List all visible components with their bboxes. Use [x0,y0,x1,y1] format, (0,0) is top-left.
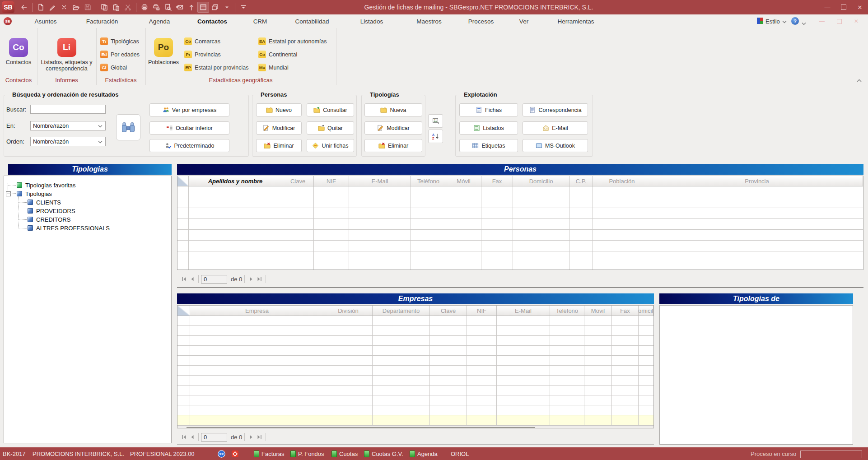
ribbon-item-tipológicas[interactable]: TiTipológicas [100,37,139,45]
module-cuotasgv[interactable]: Cuotas G.V. [364,447,403,460]
export-up-icon[interactable] [186,1,197,13]
tree-item-tipologias[interactable]: Tipologias [17,190,52,198]
inner-close-button[interactable]: ✕ [853,18,860,24]
pager-previous-button[interactable] [188,433,196,441]
ribbon-item-estatal-por-provincias[interactable]: EPEstatal por provincias [184,64,249,71]
tree-item-tipologias-favoritas[interactable]: Tipologias favoritas [17,181,76,189]
tipologias-nueva-button[interactable]: Nueva [364,103,422,116]
sort-az-button[interactable]: AZ [428,130,443,143]
inner-maximize-button[interactable] [835,19,843,24]
cut-scissors-icon[interactable] [122,1,134,13]
explotacion-correspondencia-button[interactable]: Correspondencia [523,103,588,116]
explotacion-e-mail-button[interactable]: E-Mail [523,121,588,135]
column-header-teléfono[interactable]: Teléfono [411,176,446,186]
tab-facturación[interactable]: Facturación [86,14,118,28]
send-mail-icon[interactable] [174,1,186,13]
explotacion-etiquetas-button[interactable]: Etiquetas [459,139,518,152]
empresas-page-input[interactable]: 0 [201,433,227,441]
tab-listados[interactable]: Listados [360,14,383,28]
help-chevron-down-icon[interactable] [802,20,806,27]
column-header-c-p-[interactable]: C.P. [569,176,593,186]
tree-item-altres-professionals[interactable]: ALTRES PROFESSIONALS [28,224,110,232]
app-menu-logo-icon[interactable]: SB [4,17,12,25]
table-row[interactable] [177,366,653,376]
ribbon-button-listados-etiquetas-y-correspondencia[interactable]: LiListados, etiquetas y correspondencia [39,38,95,72]
sync-red-icon[interactable] [231,447,239,460]
app-logo-icon[interactable]: SB [2,1,14,13]
pager-previous-button[interactable] [188,275,196,283]
personas-nuevo-button[interactable]: Nuevo [256,103,302,116]
tree-item-clients[interactable]: CLIENTS [28,198,61,206]
tab-agenda[interactable]: Agenda [149,14,170,28]
personas-page-input[interactable]: 0 [201,275,227,283]
column-header-fax[interactable]: Fax [481,176,513,186]
tipologias-modificar-button[interactable]: Modificar [364,121,422,135]
column-header-clave[interactable]: Clave [282,176,314,186]
open-folder-icon[interactable] [70,1,82,13]
search-input[interactable] [30,105,106,114]
personas-unir-fichas-button[interactable]: Unir fichas [307,139,354,152]
print-icon[interactable] [139,1,150,13]
window-form-icon[interactable] [197,2,209,13]
column-header-e-mail[interactable]: E-Mail [349,176,411,186]
search-button[interactable] [116,114,140,140]
table-row[interactable] [177,356,653,366]
table-row[interactable] [177,186,863,197]
table-row[interactable] [177,405,653,415]
column-header-empresa[interactable]: Empresa [190,306,324,316]
ribbon-item-por-edades[interactable]: EdPor edades [100,51,140,58]
tab-asuntos[interactable]: Asuntos [35,14,57,28]
pager-first-button[interactable] [180,433,188,441]
pager-next-button[interactable] [247,433,255,441]
table-row[interactable] [177,316,653,326]
column-header-nif[interactable]: NIF [467,306,497,316]
table-row[interactable] [177,251,863,262]
ribbon-item-provincias[interactable]: PrProvincias [184,51,221,58]
column-header-departamento[interactable]: Departamento [373,306,430,316]
personas-eliminar-button[interactable]: Eliminar [256,139,302,152]
pager-last-button[interactable] [255,275,263,283]
cascade-windows-icon[interactable] [209,1,221,13]
explotacion-listados-button[interactable]: Listados [459,121,518,135]
new-document-icon[interactable] [35,1,47,13]
table-row[interactable] [177,197,863,208]
tab-procesos[interactable]: Procesos [468,14,494,28]
edit-pencil-icon[interactable] [47,1,58,13]
horizontal-scrollbar[interactable] [177,425,653,428]
module-cuotas[interactable]: Cuotas [331,447,358,460]
caret-down-icon[interactable] [221,1,233,13]
column-header-fax[interactable]: Fax [612,306,639,316]
tree-item-proveidors[interactable]: PROVEIDORS [28,207,75,215]
tab-herramientas[interactable]: Herramientas [557,14,594,28]
column-header-apellidos-y-nombre[interactable]: Apellidos y nombre [189,176,282,186]
image-assign-button[interactable] [428,114,443,128]
ver-por-empresas-button[interactable]: Ver por empresas [149,103,229,116]
tab-maestros[interactable]: Maestros [416,14,442,28]
table-row[interactable] [177,230,863,241]
pager-next-button[interactable] [247,275,255,283]
maximize-button[interactable] [835,0,852,14]
module-agenda[interactable]: Agenda [410,447,438,460]
ribbon-item-continental[interactable]: CoContinental [258,51,297,58]
ribbon-item-estatal-por-autonomías[interactable]: EAEstatal por autonomías [258,37,327,45]
column-header-movil[interactable]: Movil [584,306,612,316]
column-header-nif[interactable]: NIF [314,176,349,186]
table-row[interactable] [177,208,863,219]
explotacion-ms-outlook-button[interactable]: MS-Outlook [523,139,588,152]
column-header-población[interactable]: Población [593,176,651,186]
ribbon-button-contactos[interactable]: CoContactos [0,38,37,65]
personas-modificar-button[interactable]: Modificar [256,121,302,135]
tab-crm[interactable]: CRM [253,14,267,28]
table-row[interactable] [177,262,863,270]
inner-minimize-button[interactable]: — [818,18,826,24]
table-row[interactable] [177,346,653,356]
module-pfondos[interactable]: P. Fondos [290,447,324,460]
tab-contactos[interactable]: Contactos [197,14,227,28]
column-header-provincia[interactable]: Provincia [651,176,863,186]
remote-blue-icon[interactable] [218,447,225,460]
close-button[interactable]: ✕ [852,0,868,14]
print-preview-icon[interactable] [162,1,174,13]
table-row[interactable] [177,326,653,336]
column-header-división[interactable]: División [324,306,373,316]
predeterminado-button[interactable]: Predeterminado [149,139,229,152]
